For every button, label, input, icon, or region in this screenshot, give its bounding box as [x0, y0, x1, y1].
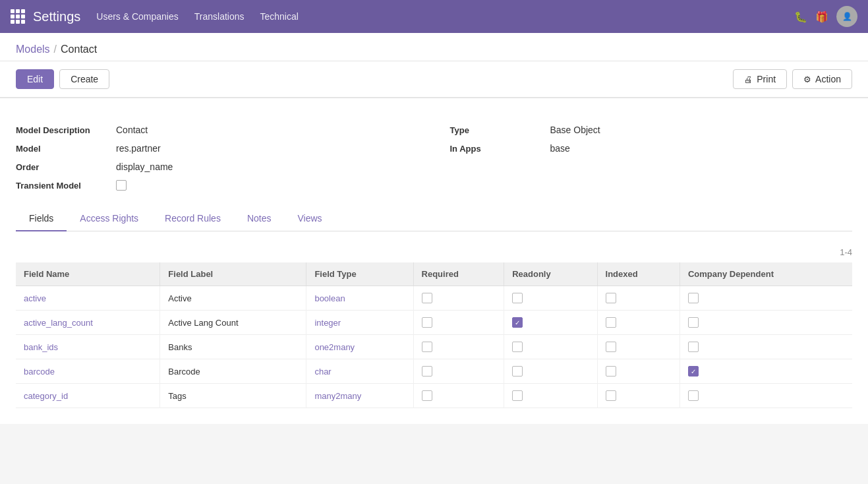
tab-record-rules[interactable]: Record Rules: [152, 206, 234, 231]
type-value: Base Object: [550, 125, 600, 135]
checkbox[interactable]: [688, 342, 699, 352]
form-left: Model Description Contact Model res.part…: [16, 125, 419, 191]
toolbar: Edit Create 🖨 Print ⚙ Action: [0, 61, 868, 98]
table-pagination: 1-4: [16, 242, 852, 262]
order-value: display_name: [116, 162, 173, 172]
top-menu: Users & Companies Translations Technical: [96, 9, 299, 24]
col-field-name: Field Name: [16, 262, 160, 286]
fields-table: Field Name Field Label Field Type Requir…: [16, 262, 852, 408]
table-row: bank_idsBanksone2many: [16, 335, 852, 359]
tab-fields[interactable]: Fields: [16, 206, 67, 231]
model-description-label: Model Description: [16, 125, 108, 135]
gift-icon[interactable]: 🎁: [815, 11, 828, 23]
col-field-label: Field Label: [160, 262, 306, 286]
checkbox[interactable]: ✓: [512, 317, 523, 328]
table-row: category_idTagsmany2many: [16, 384, 852, 408]
app-title: Settings: [33, 9, 80, 24]
checkbox[interactable]: [422, 390, 432, 401]
table-row: active_lang_countActive Lang Countintege…: [16, 311, 852, 335]
breadcrumb-separator: /: [54, 44, 57, 55]
in-apps-value: base: [550, 143, 570, 154]
checkbox[interactable]: [688, 390, 699, 401]
checkbox[interactable]: [422, 366, 432, 377]
top-navigation: Settings Users & Companies Translations …: [0, 0, 868, 33]
edit-button[interactable]: Edit: [16, 69, 54, 89]
breadcrumb: Models / Contact: [16, 44, 852, 55]
form-row-transient-model: Transient Model: [16, 180, 419, 191]
tabs-bar: Fields Access Rights Record Rules Notes …: [16, 206, 852, 231]
model-label: Model: [16, 144, 108, 154]
print-button[interactable]: 🖨 Print: [733, 69, 787, 89]
checkbox[interactable]: [512, 390, 523, 401]
topnav-actions: 🐛 🎁 👤: [794, 6, 857, 27]
user-avatar[interactable]: 👤: [836, 6, 857, 27]
in-apps-label: In Apps: [450, 144, 542, 154]
col-company-dependent: Company Dependent: [680, 262, 852, 286]
checkbox[interactable]: [422, 293, 432, 303]
table-section: 1-4 Field Name Field Label Field Type Re…: [16, 231, 852, 408]
breadcrumb-current: Contact: [61, 44, 97, 55]
form-row-order: Order display_name: [16, 162, 419, 172]
checkbox[interactable]: [512, 342, 523, 352]
col-field-type: Field Type: [306, 262, 413, 286]
checkbox[interactable]: [422, 317, 432, 328]
tab-views[interactable]: Views: [284, 206, 335, 231]
table-row: activeActiveboolean: [16, 286, 852, 311]
checkbox[interactable]: [512, 293, 523, 303]
form-right: Type Base Object In Apps base: [450, 125, 853, 191]
app-grid-icon[interactable]: [11, 9, 25, 24]
breadcrumb-bar: Models / Contact: [0, 33, 868, 61]
checkbox[interactable]: [606, 366, 616, 377]
checkbox[interactable]: ✓: [688, 366, 699, 377]
gear-icon: ⚙: [803, 75, 811, 84]
checkbox[interactable]: [606, 293, 616, 303]
checkbox[interactable]: [606, 390, 616, 401]
menu-translations[interactable]: Translations: [194, 9, 245, 24]
model-value: res.partner: [116, 143, 161, 154]
transient-model-checkbox[interactable]: [116, 180, 127, 191]
print-icon: 🖨: [744, 75, 753, 84]
col-indexed: Indexed: [597, 262, 680, 286]
form-row-model-description: Model Description Contact: [16, 125, 419, 135]
model-description-value: Contact: [116, 125, 148, 135]
checkbox[interactable]: [606, 317, 616, 328]
tab-access-rights[interactable]: Access Rights: [67, 206, 152, 231]
type-label: Type: [450, 125, 542, 135]
main-content: Model Description Contact Model res.part…: [0, 98, 868, 424]
checkbox[interactable]: [512, 366, 523, 377]
bug-icon[interactable]: 🐛: [794, 11, 807, 23]
tab-notes[interactable]: Notes: [234, 206, 285, 231]
col-readonly: Readonly: [504, 262, 597, 286]
form-row-model: Model res.partner: [16, 143, 419, 154]
table-row: barcodeBarcodechar✓: [16, 359, 852, 384]
menu-users-companies[interactable]: Users & Companies: [96, 9, 179, 24]
col-required: Required: [413, 262, 504, 286]
form-row-in-apps: In Apps base: [450, 143, 853, 154]
checkbox[interactable]: [606, 342, 616, 352]
checkbox[interactable]: [422, 342, 432, 352]
checkbox[interactable]: [688, 293, 699, 303]
transient-model-label: Transient Model: [16, 181, 108, 191]
create-button[interactable]: Create: [59, 69, 109, 89]
menu-technical[interactable]: Technical: [260, 9, 299, 24]
order-label: Order: [16, 162, 108, 172]
breadcrumb-parent[interactable]: Models: [16, 44, 50, 55]
form-section: Model Description Contact Model res.part…: [16, 114, 852, 206]
checkbox[interactable]: [688, 317, 699, 328]
form-row-type: Type Base Object: [450, 125, 853, 135]
action-button[interactable]: ⚙ Action: [792, 69, 852, 89]
table-header-row: Field Name Field Label Field Type Requir…: [16, 262, 852, 286]
